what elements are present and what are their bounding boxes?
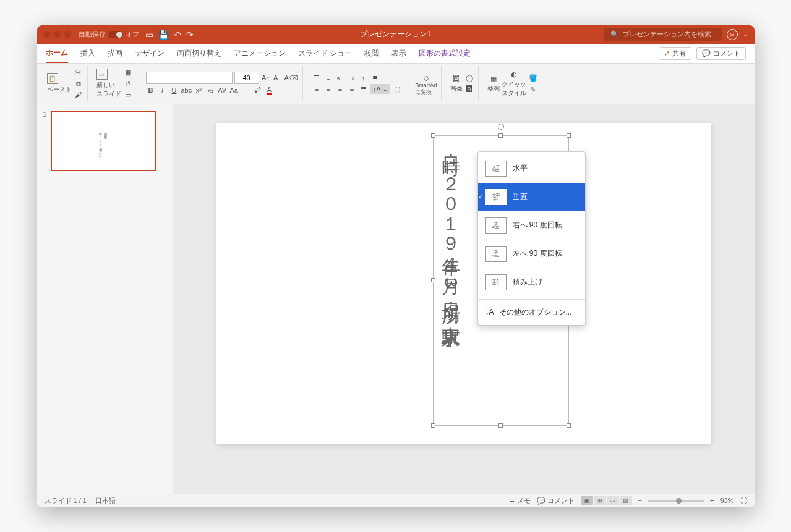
- subscript-icon[interactable]: x₂: [205, 85, 215, 95]
- numbering-icon[interactable]: ≡: [323, 73, 333, 83]
- resize-handle[interactable]: [431, 423, 435, 428]
- inc-indent-icon[interactable]: ⇥: [347, 73, 357, 83]
- layout-icon[interactable]: ▦: [123, 67, 133, 77]
- search-input[interactable]: 🔍 プレゼンテーション内を検索: [604, 28, 722, 41]
- tab-home[interactable]: ホーム: [46, 44, 68, 63]
- vertical-text-content[interactable]: 日時：２０１９年４月13日 場所：東京駅: [434, 136, 468, 425]
- tab-design[interactable]: デザイン: [135, 44, 165, 62]
- tab-transitions[interactable]: 画面切り替え: [177, 44, 221, 62]
- save-icon[interactable]: 💾: [158, 30, 169, 40]
- zoom-slider[interactable]: [648, 500, 704, 502]
- close-window[interactable]: [43, 31, 50, 38]
- indent-more-icon[interactable]: ≣: [370, 73, 380, 83]
- italic-icon[interactable]: I: [158, 85, 168, 95]
- resize-handle[interactable]: [567, 423, 571, 428]
- text-direction-more-options[interactable]: ↕A その他のオプション...: [478, 302, 585, 323]
- line-spacing-icon[interactable]: ↕: [359, 73, 369, 83]
- comment-button[interactable]: 💬コメント: [696, 47, 746, 60]
- user-mood-icon[interactable]: ☺: [727, 29, 738, 40]
- zoom-out-icon[interactable]: −: [638, 497, 642, 504]
- share-button[interactable]: ↗共有: [659, 47, 691, 60]
- align-right-icon[interactable]: ≡: [335, 84, 345, 94]
- clipboard-group: 📋ペースト ✂ ⧉ 🖌: [43, 66, 88, 101]
- distribute-icon[interactable]: ≣: [359, 84, 369, 94]
- strike-icon[interactable]: abc: [181, 85, 192, 95]
- chevron-down-icon[interactable]: ⌄: [743, 30, 748, 38]
- tab-animations[interactable]: アニメーション: [234, 44, 286, 62]
- char-spacing-icon[interactable]: AV: [217, 85, 227, 95]
- reset-icon[interactable]: ↺: [123, 78, 133, 88]
- quickstyle-icon[interactable]: ◐: [502, 69, 526, 79]
- font-color-icon[interactable]: A: [264, 85, 274, 95]
- maximize-window[interactable]: [64, 31, 71, 38]
- language-status[interactable]: 日本語: [95, 496, 116, 505]
- superscript-icon[interactable]: x²: [194, 85, 203, 95]
- undo-icon[interactable]: ↶: [174, 30, 181, 40]
- bold-icon[interactable]: B: [146, 85, 156, 95]
- outline-icon[interactable]: ✎: [528, 84, 538, 94]
- tab-insert[interactable]: 挿入: [80, 44, 95, 62]
- paste-icon[interactable]: 📋: [47, 73, 58, 84]
- resize-handle[interactable]: [567, 133, 571, 138]
- resize-handle[interactable]: [431, 278, 435, 282]
- align-left-icon[interactable]: ≡: [312, 84, 322, 94]
- highlight-icon[interactable]: 🖍: [252, 85, 262, 95]
- notes-button[interactable]: ≐ メモ: [509, 496, 530, 505]
- minimize-window[interactable]: [54, 31, 61, 38]
- font-select[interactable]: [146, 72, 233, 84]
- underline-icon[interactable]: U: [169, 85, 179, 95]
- toggle-icon: [108, 31, 123, 38]
- text-direction-rotate-right[interactable]: 文ABC 右へ 90 度回転: [478, 211, 585, 240]
- tab-shape-format[interactable]: 図形の書式設定: [419, 44, 471, 62]
- justify-icon[interactable]: ≡: [347, 84, 357, 94]
- zoom-in-icon[interactable]: +: [710, 497, 714, 504]
- comments-button[interactable]: 💬 コメント: [537, 496, 575, 505]
- dec-indent-icon[interactable]: ⇤: [335, 73, 345, 83]
- tab-draw[interactable]: 描画: [108, 44, 122, 62]
- autosave-toggle[interactable]: 自動保存 オフ: [79, 30, 139, 39]
- canvas[interactable]: 日時：２０１９年４月13日 場所：東京駅: [173, 104, 755, 494]
- normal-view-icon[interactable]: ▣: [581, 496, 593, 505]
- resize-handle[interactable]: [431, 133, 435, 138]
- fill-icon[interactable]: 🪣: [528, 73, 538, 83]
- format-painter-icon[interactable]: 🖌: [74, 90, 83, 99]
- new-slide-icon[interactable]: ▭: [96, 69, 108, 80]
- rotate-handle[interactable]: [498, 124, 504, 130]
- grow-font-icon[interactable]: A↑: [261, 73, 271, 83]
- text-direction-vertical[interactable]: 文字字↓ 垂直: [478, 183, 585, 211]
- sorter-view-icon[interactable]: ⊞: [594, 496, 606, 505]
- text-direction-stacked[interactable]: 文A字B 積み上げ: [478, 268, 585, 297]
- arrange-icon[interactable]: ▦: [487, 74, 500, 83]
- slide-thumbnail-1[interactable]: 日時：２０１９年４月13日 場所：東京駅: [51, 111, 156, 171]
- section-icon[interactable]: ▭: [123, 90, 133, 99]
- textbox-icon[interactable]: 🅰: [464, 84, 474, 94]
- cut-icon[interactable]: ✂: [74, 67, 83, 77]
- image-icon[interactable]: 🖼: [450, 74, 463, 83]
- text-direction-rotate-left[interactable]: 字ABC 左へ 90 度回転: [478, 240, 585, 268]
- clear-format-icon[interactable]: A⌫: [284, 73, 299, 83]
- fit-window-icon[interactable]: ⛶: [740, 497, 747, 504]
- resize-handle[interactable]: [498, 423, 503, 428]
- tab-review[interactable]: 校閲: [364, 44, 379, 62]
- slide[interactable]: 日時：２０１９年４月13日 場所：東京駅: [216, 123, 711, 444]
- slideshow-view-icon[interactable]: ▤: [620, 496, 632, 505]
- align-text-icon[interactable]: ⬚: [392, 84, 402, 94]
- align-center-icon[interactable]: ≡: [323, 84, 333, 94]
- shapes-menu-icon[interactable]: ◯: [464, 73, 474, 83]
- tab-slideshow[interactable]: スライド ショー: [298, 44, 352, 62]
- redo-icon[interactable]: ↷: [186, 30, 194, 40]
- text-direction-dropdown[interactable]: ↕A ⌄: [370, 84, 390, 94]
- change-case-icon[interactable]: Aa: [229, 85, 239, 95]
- bullets-icon[interactable]: ☰: [312, 73, 322, 83]
- copy-icon[interactable]: ⧉: [74, 78, 83, 88]
- reading-view-icon[interactable]: ▭: [607, 496, 619, 505]
- font-size-input[interactable]: [234, 72, 259, 84]
- slide-counter[interactable]: スライド 1 / 1: [45, 496, 87, 505]
- start-icon[interactable]: ▭: [145, 30, 153, 40]
- zoom-level[interactable]: 93%: [720, 497, 733, 504]
- resize-handle[interactable]: [498, 133, 503, 138]
- tab-view[interactable]: 表示: [391, 44, 406, 62]
- smartart-icon[interactable]: SmartArt に変換: [415, 84, 437, 94]
- shrink-font-icon[interactable]: A↓: [273, 73, 283, 83]
- text-direction-horizontal[interactable]: 文字ABC 水平: [478, 154, 585, 183]
